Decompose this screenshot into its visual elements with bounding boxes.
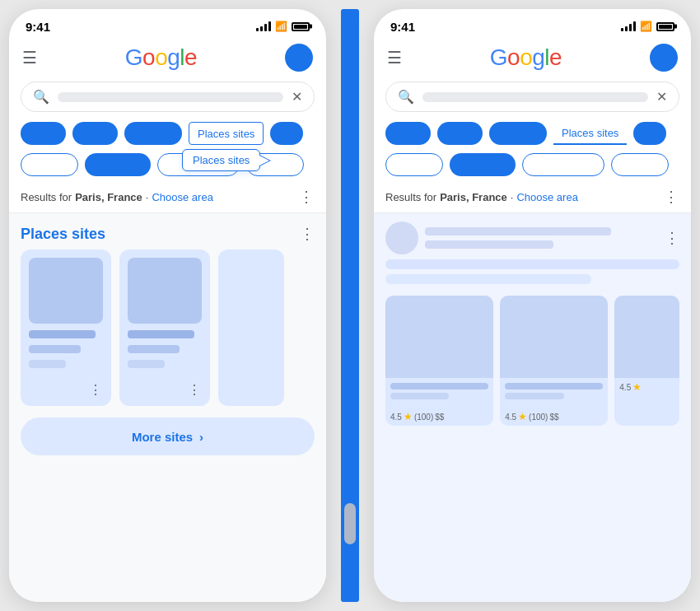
places-title-left: Places sites [21,226,105,243]
right-card-2[interactable]: 4.5 ★ (100) $$ [500,296,608,426]
avatar-right[interactable] [650,44,678,72]
menu-icon-right[interactable]: ☰ [387,48,402,68]
place-card-3[interactable] [218,250,284,406]
right-card-img-3 [614,296,679,378]
chip-r2-4[interactable] [611,153,669,176]
rating-row-1: 4.5 ★ (100) $$ [385,408,493,426]
close-icon-left[interactable]: ✕ [292,89,302,105]
filter-chips-row1-left: Places sites [9,117,326,150]
search-icon-left: 🔍 [33,89,49,105]
place-card-2[interactable]: ⋮ [119,250,210,406]
left-phone: 9:41 📶 ☰ Google [9,9,326,602]
card-dots-1[interactable]: ⋮ [89,382,103,398]
places-dots-left[interactable]: ⋮ [300,225,315,243]
time-right: 9:41 [390,20,415,34]
chip-4-left[interactable] [270,122,303,145]
chip-r1-3[interactable] [489,122,547,145]
scroll-handle [344,503,356,544]
results-text-right: Results for Paris, France · Choose area … [374,181,691,213]
star-icon-2: ★ [518,411,527,422]
header-left: ☰ Google [9,39,326,77]
right-card-img-2 [500,296,608,378]
chip-r2-3[interactable] [522,153,604,176]
results-location-right: Paris, France [440,191,507,203]
results-dots-left[interactable]: ⋮ [299,188,315,206]
skel-wide-1 [385,259,679,269]
search-icon-right: 🔍 [398,89,414,105]
star-icon-1: ★ [404,411,413,422]
chip-r2-1[interactable] [385,153,443,176]
chip2-2-left[interactable] [85,153,151,176]
more-sites-icon: › [199,430,203,444]
search-bar-left[interactable]: 🔍 ✕ [21,82,315,112]
header-right: ☰ Google [374,39,691,77]
chip-2-left[interactable] [72,122,118,145]
skel-line-1 [425,227,611,236]
rating-val-3: 4.5 [619,383,631,392]
price-1: $$ [435,413,444,422]
places-callout: Places sites [182,149,260,171]
close-icon-right[interactable]: ✕ [656,89,667,105]
more-sites-button[interactable]: More sites › [21,417,315,455]
right-card-line-1a [390,383,488,389]
right-card-1[interactable]: 4.5 ★ (100) $$ [385,296,493,426]
results-dots-right[interactable]: ⋮ [664,188,679,206]
star-icon-3: ★ [632,381,642,393]
places-header-left: Places sites ⋮ [9,213,326,250]
search-input-right[interactable] [422,92,648,102]
results-location-left: Paris, France [75,191,142,203]
chip-r2-2[interactable] [450,153,516,176]
chip-places-right[interactable]: Places sites [553,122,627,145]
right-card-line-1b [390,393,449,399]
chip-r1-1[interactable] [385,122,431,145]
status-bar-right: 9:41 📶 [374,9,691,39]
place-card-1[interactable]: ⋮ [21,250,111,406]
rating-val-2: 4.5 [505,413,516,422]
chip-3-left[interactable] [124,122,182,145]
reviews-2: (100) [529,413,548,422]
results-sep-right: · [511,191,514,203]
results-prefix-right: Results for [385,191,436,203]
divider-area [341,9,359,602]
right-card-3[interactable]: 4.5 ★ [614,296,679,426]
status-icons-left: 📶 [256,21,310,32]
signal-icon [256,21,271,31]
results-sep-left: · [146,191,149,203]
card-line3-1 [29,360,66,368]
search-input-left[interactable] [58,92,283,102]
search-bar-right[interactable]: 🔍 ✕ [385,82,679,112]
choose-area-right[interactable]: Choose area [516,191,577,203]
comparison-wrapper: 9:41 📶 ☰ Google [9,9,691,602]
skel-dots[interactable]: ⋮ [665,229,679,247]
card-dots-2[interactable]: ⋮ [188,382,202,398]
results-text-left: Results for Paris, France · Choose area … [9,181,326,213]
rating-val-1: 4.5 [390,413,402,422]
chip2-1-left[interactable] [21,153,78,176]
choose-area-left[interactable]: Choose area [152,191,212,203]
callout-label: Places sites [193,154,250,166]
card-line3-2 [128,360,165,368]
status-icons-right: 📶 [621,21,674,32]
chip-1-left[interactable] [21,122,66,145]
avatar-left[interactable] [285,44,313,72]
reviews-1: (100) [414,413,433,422]
card-img-2 [128,258,202,324]
menu-icon-left[interactable]: ☰ [22,48,37,68]
results-prefix-left: Results for [21,191,72,203]
right-card-info-1 [385,378,493,408]
places-section-right: ⋮ 4.5 ★ (100) [374,213,691,602]
places-section-left: Places sites ⋮ ⋮ ⋮ [9,213,326,602]
skel-circle [385,222,418,254]
google-logo-left: Google [125,44,197,71]
wifi-icon-right: 📶 [640,21,652,32]
more-sites-label: More sites [132,430,193,444]
chip-r1-4[interactable] [633,122,666,145]
battery-icon-right [656,22,674,31]
rating-row-2: 4.5 ★ (100) $$ [500,408,608,426]
filter-chips-row1-right: Places sites [374,117,691,150]
battery-icon [292,22,310,31]
chip-places-left[interactable]: Places sites [189,122,264,145]
filter-chips-row2-left [9,150,326,181]
chip-r1-2[interactable] [437,122,483,145]
filter-chips-row2-right [374,150,691,181]
